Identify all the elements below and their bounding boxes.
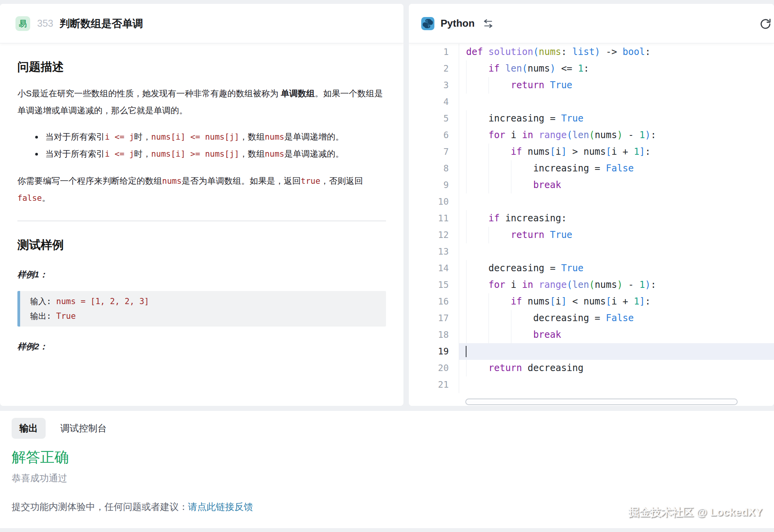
code-text: decreasing = False [459, 310, 774, 327]
code-token: <= [555, 63, 578, 74]
horizontal-scrollbar[interactable] [465, 399, 738, 405]
editor-header: Python [409, 4, 774, 43]
indent-guide [511, 310, 533, 327]
code-line-active[interactable]: 19 [409, 343, 774, 360]
text-segment: 输入: [30, 297, 56, 306]
code-token: ( [522, 63, 528, 74]
indent-guide [489, 293, 511, 310]
indent-guide [466, 144, 489, 160]
code-token: False [606, 163, 634, 174]
code-token: True [550, 80, 572, 91]
code-token: ) [645, 279, 650, 290]
code-line[interactable]: 16if nums[i] < nums[i + 1]: [409, 293, 774, 310]
code-line[interactable]: 21 [409, 376, 774, 393]
sample-output-line: 输出: True [30, 309, 376, 323]
switch-language-icon[interactable] [483, 19, 493, 28]
tab-output[interactable]: 输出 [12, 418, 46, 439]
tab-debug-console[interactable]: 调试控制台 [60, 422, 107, 434]
text-segment: 时， [134, 149, 151, 159]
sample2-label: 样例2： [17, 339, 386, 354]
text-segment: 你需要编写一个程序来判断给定的数组 [17, 176, 162, 186]
code-line[interactable]: 2if len(nums) <= 1: [409, 60, 774, 77]
intro-paragraph: 小S最近在研究一些数组的性质，她发现有一种非常有趣的数组被称为 单调数组。如果一… [17, 85, 386, 119]
output-section: 输出 调试控制台 解答正确 恭喜成功通过 提交功能内测体验中，任何问题或者建议：… [0, 411, 774, 528]
indent-guide [466, 310, 489, 327]
code-line[interactable]: 5increasing = True [409, 110, 774, 127]
inline-code: true [301, 176, 321, 186]
inline-code: nums [162, 176, 182, 186]
code-token: nums [528, 63, 550, 74]
inline-code: nums [265, 149, 284, 159]
code-token: len [505, 63, 522, 74]
line-number: 8 [409, 160, 459, 177]
code-line[interactable]: 7if nums[i] > nums[i + 1]: [409, 144, 774, 160]
code-token: list [572, 46, 595, 57]
code-line[interactable]: 3return True [409, 77, 774, 94]
code-token: ) [645, 130, 650, 140]
code-token: if [511, 146, 522, 157]
code-token: : [645, 46, 650, 57]
text-segment: 是单调递减的。 [284, 149, 344, 159]
code-token: nums [539, 46, 561, 57]
code-line[interactable]: 10 [409, 193, 774, 210]
code-line[interactable]: 8increasing = False [409, 160, 774, 177]
code-line[interactable]: 14decreasing = True [409, 260, 774, 277]
language-label: Python [441, 17, 475, 29]
section-divider [17, 221, 386, 221]
code-editor[interactable]: 1def solution(nums: list) -> bool:2if le… [409, 43, 774, 406]
code-line[interactable]: 13 [409, 243, 774, 260]
code-token: if [489, 63, 500, 74]
code-line[interactable]: 1def solution(nums: list) -> bool: [409, 44, 774, 60]
text-segment: 输出: [30, 311, 56, 321]
indent-guide [466, 293, 489, 310]
code-text: for i in range(len(nums) - 1): [459, 127, 774, 144]
code-line[interactable]: 4 [409, 94, 774, 110]
code-token: [ [606, 296, 611, 307]
code-token: 1 [639, 130, 645, 140]
code-token: range [539, 130, 567, 140]
code-line[interactable]: 9break [409, 177, 774, 193]
text-segment: ，否则返回 [320, 176, 363, 186]
code-line[interactable]: 20return decreasing [409, 360, 774, 376]
code-token: in [522, 130, 533, 140]
text-segment: 当对于所有索引 [45, 132, 105, 142]
indent-guide [511, 327, 533, 343]
line-number: 2 [409, 60, 459, 77]
refresh-icon[interactable] [759, 18, 772, 30]
code-line[interactable]: 11if increasing: [409, 210, 774, 227]
code-line[interactable]: 15for i in range(len(nums) - 1): [409, 277, 774, 293]
code-token: [ [606, 146, 611, 157]
line-number: 16 [409, 293, 459, 310]
code-token: for [489, 279, 505, 290]
problem-header: 易 353 判断数组是否单调 [0, 4, 403, 43]
line-number: 7 [409, 144, 459, 160]
code-text: def solution(nums: list) -> bool: [459, 44, 774, 60]
code-text: break [459, 177, 774, 193]
sample-input-line: 输入: nums = [1, 2, 2, 3] [30, 294, 376, 309]
indent-guide [511, 160, 533, 177]
problem-description-scroll[interactable]: 问题描述 小S最近在研究一些数组的性质，她发现有一种非常有趣的数组被称为 单调数… [0, 59, 403, 354]
code-token: True [561, 263, 584, 274]
feedback-link[interactable]: 请点此链接反馈 [188, 501, 253, 512]
code-token: def [466, 46, 483, 57]
code-line[interactable]: 18break [409, 327, 774, 343]
list-item: 当对于所有索引i <= j时，nums[i] <= nums[j]，数组nums… [43, 128, 386, 145]
code-token: 1 [639, 279, 645, 290]
indent-guide [466, 60, 489, 77]
indent-guide [466, 110, 489, 127]
code-line[interactable]: 12return True [409, 227, 774, 243]
code-text: return True [459, 227, 774, 243]
code-line[interactable]: 6for i in range(len(nums) - 1): [409, 127, 774, 144]
code-line[interactable]: 17decreasing = False [409, 310, 774, 327]
code-token: - [623, 130, 639, 140]
code-token: i [555, 296, 561, 307]
line-number: 13 [409, 243, 459, 260]
inline-code: nums[i] >= nums[j] [151, 149, 239, 159]
indent-guide [489, 177, 511, 193]
top-panels: 易 353 判断数组是否单调 问题描述 小S最近在研究一些数组的性质，她发现有一… [0, 0, 774, 406]
text-segment: 单调数组 [281, 89, 315, 98]
line-number: 1 [409, 44, 459, 60]
difficulty-badge: 易 [15, 16, 30, 31]
code-lines: 1def solution(nums: list) -> bool:2if le… [409, 44, 774, 393]
code-token: ) [617, 130, 622, 140]
